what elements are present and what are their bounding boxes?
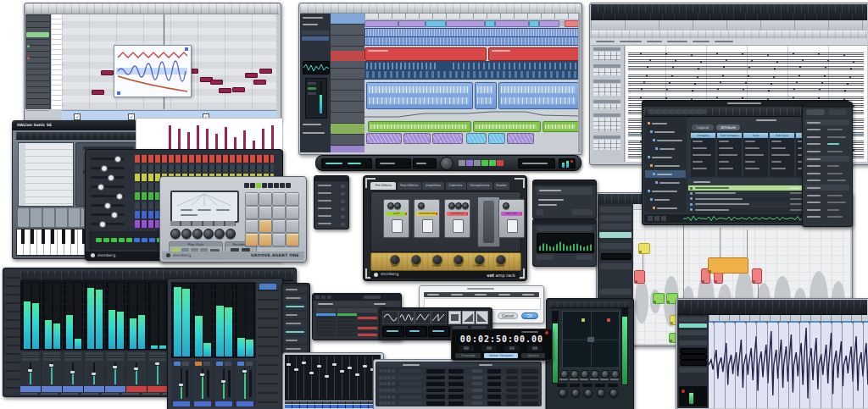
channel-strip[interactable]	[84, 351, 105, 385]
hitpoint-handle[interactable]	[851, 321, 854, 324]
drum-pad[interactable]	[245, 192, 259, 206]
vst-amp-rack-window[interactable]: Pre-EffectsPost-EffectsAmplifiersCabinet…	[363, 175, 527, 281]
bank-fader-track[interactable]	[342, 356, 342, 399]
strip-button[interactable]	[182, 362, 189, 366]
fader-cap[interactable]	[92, 373, 96, 375]
hitpoint-line[interactable]	[714, 321, 715, 408]
audio-track-event[interactable]	[364, 36, 580, 46]
list-row[interactable]	[316, 183, 347, 189]
filter-header[interactable]: Sub Category	[717, 133, 742, 138]
pad-group-button[interactable]	[256, 183, 261, 188]
transport-panel[interactable]	[315, 155, 581, 171]
tree-item[interactable]	[645, 187, 686, 195]
hitpoint-line[interactable]	[767, 321, 768, 408]
beat-slider-row[interactable]	[91, 211, 131, 218]
channel-strip[interactable]	[192, 360, 214, 407]
arrange-area[interactable]	[364, 14, 578, 152]
drum-pad[interactable]	[286, 206, 299, 219]
filter-value[interactable]	[771, 147, 786, 149]
row-toggle[interactable]	[383, 395, 387, 399]
attribute-toggle[interactable]: Attribute	[716, 124, 740, 130]
pedal-switch[interactable]	[392, 219, 403, 233]
hitpoint-handle[interactable]	[819, 321, 822, 324]
row-toggle[interactable]	[392, 376, 395, 379]
row-toggle[interactable]	[383, 389, 387, 392]
midi-note[interactable]	[92, 90, 104, 95]
segment-handle[interactable]	[635, 280, 637, 283]
timecode-button-2[interactable]: Follow Transport	[484, 353, 518, 358]
marker-track[interactable]	[364, 19, 578, 26]
velocity-bar[interactable]	[225, 127, 227, 151]
pitch-segment[interactable]	[708, 257, 748, 274]
row-button[interactable]	[341, 192, 345, 196]
velocity-bar[interactable]	[206, 129, 209, 151]
row-toggle[interactable]	[379, 382, 382, 385]
list-row[interactable]	[316, 213, 347, 219]
amp-tab-amplifiers[interactable]: Amplifiers	[422, 182, 444, 190]
wave-shape-wedge[interactable]	[476, 311, 488, 324]
pattern-chip[interactable]	[111, 238, 117, 242]
palette-buttons[interactable]	[593, 69, 620, 75]
drum-pad[interactable]	[245, 219, 259, 233]
strip-button[interactable]	[246, 362, 253, 366]
slider-track[interactable]	[91, 213, 125, 216]
slider-handle[interactable]	[116, 193, 123, 200]
segment-handle[interactable]	[753, 280, 755, 283]
hitpoint-handle[interactable]	[712, 321, 715, 324]
project-inspector[interactable]	[300, 14, 331, 152]
selected-part-row[interactable]	[26, 32, 49, 37]
panel-a-button[interactable]	[572, 209, 593, 215]
channel-strip[interactable]	[171, 360, 192, 407]
bank-fader-cap[interactable]	[309, 372, 314, 374]
bank-fader-track[interactable]	[357, 356, 358, 399]
row-toggle[interactable]	[379, 401, 382, 405]
channel-strip[interactable]	[214, 360, 235, 407]
stop-button[interactable]	[474, 160, 481, 166]
beat-slider-row[interactable]	[91, 220, 131, 228]
wave-shape-triangle[interactable]	[415, 311, 431, 324]
hitpoint-handle[interactable]	[733, 321, 737, 324]
palette-buttons[interactable]	[593, 118, 620, 131]
panel-b-button-2[interactable]	[576, 255, 593, 260]
tree-item[interactable]	[645, 170, 686, 178]
hitpoint-line[interactable]	[810, 321, 810, 408]
filter-value[interactable]	[745, 154, 764, 156]
qc-cell-active[interactable]	[358, 327, 377, 329]
bank-fader-track[interactable]	[349, 356, 350, 399]
device-row[interactable]	[377, 394, 540, 400]
filter-value[interactable]	[771, 168, 786, 169]
beat-slider-row[interactable]	[91, 192, 131, 200]
key-editor-toolbar[interactable]	[25, 4, 279, 14]
channel-strip[interactable]	[126, 351, 147, 385]
drum-pad[interactable]	[272, 192, 286, 206]
score-tab-row[interactable]	[591, 38, 867, 46]
filter-column[interactable]: Sub Category	[717, 133, 742, 177]
drum-pad[interactable]	[245, 233, 259, 246]
filter-column[interactable]: Category	[691, 133, 715, 177]
filter-value[interactable]	[693, 168, 707, 169]
qc-cell-active[interactable]	[358, 317, 377, 319]
amp-tab-microphones[interactable]: Microphones	[467, 182, 492, 190]
pedal-knob[interactable]	[448, 202, 455, 209]
curve-editor-overlay[interactable]	[114, 45, 192, 97]
panner-knob[interactable]	[609, 389, 618, 397]
red-part[interactable]	[364, 47, 487, 61]
pedal-wah-wah[interactable]: WAH WAH	[498, 199, 525, 238]
ok-button[interactable]: OK	[521, 312, 538, 319]
panner-knob[interactable]	[571, 389, 580, 397]
play-button[interactable]	[481, 160, 488, 166]
channel-strip[interactable]	[20, 351, 42, 385]
slider-handle[interactable]	[111, 212, 118, 218]
filter-header[interactable]: Category	[691, 133, 715, 138]
row-toggle[interactable]	[383, 382, 387, 385]
green-audio-part[interactable]	[542, 121, 580, 132]
attr-row[interactable]	[805, 141, 849, 147]
amp-tab-master[interactable]: Master	[494, 182, 509, 190]
qc-cell[interactable]	[337, 334, 357, 336]
drum-pad[interactable]	[286, 233, 299, 246]
hitpoint-line[interactable]	[853, 321, 854, 408]
segment-handle[interactable]	[667, 301, 670, 303]
qc-cell[interactable]	[358, 320, 377, 323]
tree-item[interactable]	[645, 153, 686, 161]
pedal-knob[interactable]	[387, 202, 394, 209]
